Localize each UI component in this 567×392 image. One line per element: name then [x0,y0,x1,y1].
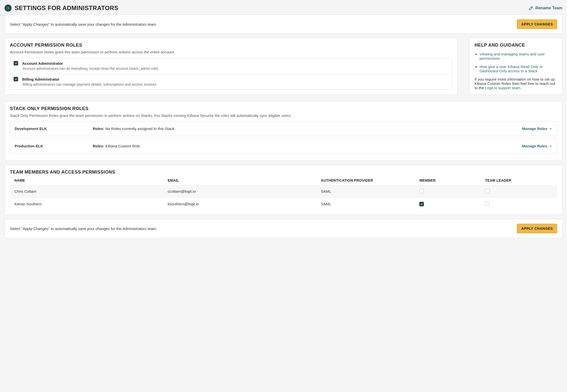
stack-name: Production ELK [15,144,93,148]
checkbox-leader[interactable] [485,201,490,206]
manage-roles-link[interactable]: Manage Roles [522,144,552,148]
members-table: NAME EMAIL AUTHENTICATION PROVIDER MEMBE… [10,176,557,210]
apply-bar-text: Select "Apply Changes" to automatically … [10,22,157,26]
chevron-down-icon [549,144,552,148]
checkbox-member[interactable] [419,202,424,206]
chevron-down-icon [549,127,552,130]
apply-bar-top: Select "Apply Changes" to automatically … [5,15,562,34]
checkbox-leader[interactable] [485,189,490,193]
cell-auth: SAML [316,185,415,198]
role-label: Billing Administrator [22,77,59,81]
stack-name: Development ELK [15,126,93,131]
help-link-teams[interactable]: Viewing and managing teams and user perm… [480,52,545,60]
stack-roles-panel: STACK ONLY PERMISSION ROLES Stack Only P… [5,101,562,161]
manage-roles-link[interactable]: Manage Roles [522,126,552,131]
col-email: EMAIL [163,176,316,185]
role-desc: Billing administrators can manage paymen… [23,82,449,86]
back-button[interactable] [5,5,12,12]
rename-team-link[interactable]: Rename Team [528,6,562,11]
col-member: MEMBER [415,176,481,185]
table-row: Kieran Southern ksouthern@logit.io SAML [10,198,557,210]
page-header: SETTINGS FOR ADMINISTRATORS Rename Team [5,5,562,12]
stack-roles-text: Roles: Kibana Custom Role [93,144,522,148]
apply-bar-text: Select "Apply Changes" to automatically … [10,226,157,231]
cell-email: ksouthern@logit.io [163,198,316,210]
checkbox-member[interactable] [419,189,424,193]
cell-email: ccottam@logit.io [163,185,316,198]
col-name: NAME [10,176,163,185]
stack-row-development: Development ELK Roles: No Roles currentl… [10,121,557,136]
support-team-link[interactable]: Logit.io support team [485,86,520,90]
table-row: Chris Cottam ccottam@logit.io SAML [10,185,557,198]
rename-team-label: Rename Team [536,6,562,10]
cell-auth: SAML [316,198,415,210]
account-roles-desc: Account Permission Roles grant this team… [10,50,452,54]
chevron-left-icon [6,6,10,10]
page-title: SETTINGS FOR ADMINISTRATORS [15,5,118,12]
role-label: Account Administrator [22,61,63,66]
account-roles-title: ACCOUNT PERMISSION ROLES [10,43,452,48]
stack-roles-desc: Stack Only Permission Roles grant the te… [10,113,557,118]
check-icon [420,203,423,206]
role-row-account-admin: Account Administrator Account administra… [10,58,452,74]
apply-changes-button[interactable]: APPLY CHANGES [517,19,557,29]
checkbox-account-admin[interactable] [14,61,18,66]
members-title: TEAM MEMBERS AND ACCESS PERMISSIONS [10,170,557,175]
help-title: HELP AND GUIDANCE [475,43,557,48]
help-text: If you require more information on how t… [475,77,557,90]
stack-roles-title: STACK ONLY PERMISSION ROLES [10,106,557,111]
cell-name: Kieran Southern [10,198,163,210]
col-auth: AUTHENTICATION PROVIDER [316,176,415,185]
role-row-billing-admin: Billing Administrator Billing administra… [10,74,452,89]
role-desc: Account administrators can do everything… [23,67,449,71]
team-members-panel: TEAM MEMBERS AND ACCESS PERMISSIONS NAME… [5,165,562,215]
check-icon [14,62,17,65]
apply-changes-button[interactable]: APPLY CHANGES [517,224,557,233]
stack-row-production: Production ELK Roles: Kibana Custom Role… [10,139,557,153]
check-icon [14,78,17,81]
apply-bar-bottom: Select "Apply Changes" to automatically … [5,219,562,238]
col-leader: TEAM LEADER [481,176,557,185]
checkbox-billing-admin[interactable] [14,77,18,81]
stack-roles-text: Roles: No Roles currently assigned to th… [93,126,522,131]
cell-name: Chris Cottam [10,185,163,198]
help-link-kibana-readonly[interactable]: How give a user Kibana Read Only or Dash… [480,64,543,73]
help-panel: HELP AND GUIDANCE Viewing and managing t… [469,38,562,95]
account-roles-panel: ACCOUNT PERMISSION ROLES Account Permiss… [5,38,458,95]
edit-icon [528,6,533,11]
